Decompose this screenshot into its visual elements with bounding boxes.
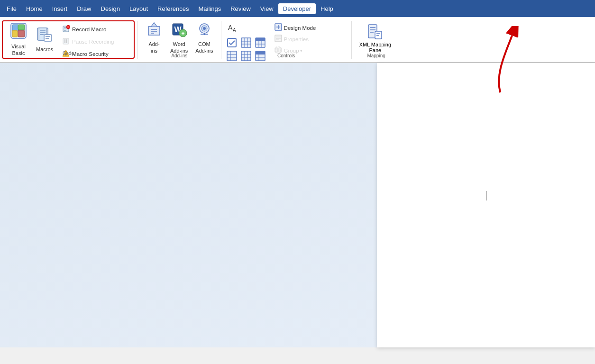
word-add-ins-button[interactable]: W WordAdd-ins xyxy=(166,21,192,55)
properties-label: Properties xyxy=(284,36,309,42)
svg-rect-10 xyxy=(44,35,52,41)
record-macro-label: Record Macro xyxy=(72,27,106,32)
xml-mapping-button[interactable]: XML MappingPane xyxy=(356,21,395,55)
word-add-ins-icon: W xyxy=(172,22,187,39)
svg-rect-79 xyxy=(375,31,382,39)
com-add-ins-icon xyxy=(197,22,212,39)
com-add-ins-label: COMAdd-ins xyxy=(195,41,213,54)
properties-icon xyxy=(275,35,282,44)
menu-review[interactable]: Review xyxy=(226,3,256,14)
design-mode-icon xyxy=(275,23,282,33)
font-size-larger-button[interactable]: A A xyxy=(225,23,238,34)
design-mode-label: Design Mode xyxy=(284,25,316,31)
com-add-ins-button[interactable]: COMAdd-ins xyxy=(192,21,217,55)
svg-rect-3 xyxy=(12,30,18,37)
record-macro-button[interactable]: Record Macro xyxy=(59,24,117,35)
menu-insert[interactable]: Insert xyxy=(47,3,73,14)
mapping-group-label: Mapping xyxy=(353,53,400,58)
document-area xyxy=(0,63,595,347)
ribbon-content: VisualBasic xyxy=(0,17,595,63)
add-ins-button[interactable]: Add-ins xyxy=(142,21,166,55)
svg-rect-42 xyxy=(241,38,251,47)
macros-icon xyxy=(37,26,53,45)
menu-developer[interactable]: Developer xyxy=(278,3,316,14)
pause-recording-label: Pause Recording xyxy=(72,39,114,45)
svg-rect-2 xyxy=(18,30,25,37)
ribbon: File Home Insert Draw Design Layout Refe… xyxy=(0,0,595,63)
svg-rect-48 xyxy=(256,38,265,41)
svg-rect-41 xyxy=(228,38,236,47)
pause-recording-icon xyxy=(62,37,70,46)
controls-group-label: Controls xyxy=(222,53,350,58)
menu-references[interactable]: References xyxy=(153,3,193,14)
svg-rect-21 xyxy=(66,39,67,43)
menu-draw[interactable]: Draw xyxy=(72,3,96,14)
svg-rect-4 xyxy=(18,25,25,30)
svg-marker-25 xyxy=(151,23,157,27)
add-ins-label: Add-ins xyxy=(148,41,159,54)
svg-rect-20 xyxy=(64,39,65,43)
table2-control-button[interactable] xyxy=(254,37,267,48)
svg-text:A: A xyxy=(233,27,236,33)
menu-help[interactable]: Help xyxy=(316,3,338,14)
document-page[interactable] xyxy=(377,63,595,347)
table-control-button[interactable] xyxy=(239,37,253,48)
svg-point-18 xyxy=(67,26,70,28)
svg-point-36 xyxy=(203,27,206,30)
word-add-ins-label: WordAdd-ins xyxy=(170,41,188,54)
code-group-label: Code xyxy=(3,51,134,56)
visual-basic-icon xyxy=(10,22,27,42)
menu-mailings[interactable]: Mailings xyxy=(194,3,226,14)
add-ins-icon xyxy=(146,22,162,39)
menu-view[interactable]: View xyxy=(256,3,278,14)
properties-button[interactable]: Properties xyxy=(272,34,348,45)
pause-recording-button[interactable]: Pause Recording xyxy=(59,36,117,47)
addins-group-label: Add-ins xyxy=(139,53,220,58)
svg-text:A: A xyxy=(228,24,233,31)
menu-layout[interactable]: Layout xyxy=(125,3,153,14)
svg-rect-73 xyxy=(279,48,282,52)
document-background xyxy=(0,63,377,347)
svg-rect-19 xyxy=(63,38,69,44)
menu-design[interactable]: Design xyxy=(96,3,125,14)
xml-mapping-icon xyxy=(366,23,384,42)
xml-mapping-label: XML MappingPane xyxy=(359,42,391,53)
menu-home[interactable]: Home xyxy=(21,3,47,14)
design-mode-button[interactable]: Design Mode xyxy=(272,23,348,33)
menu-bar: File Home Insert Draw Design Layout Refe… xyxy=(0,0,595,17)
record-macro-icon xyxy=(62,25,70,34)
menu-file[interactable]: File xyxy=(2,3,21,14)
svg-rect-72 xyxy=(275,48,278,52)
checkbox-control-button[interactable] xyxy=(225,37,238,48)
text-cursor xyxy=(486,191,486,200)
